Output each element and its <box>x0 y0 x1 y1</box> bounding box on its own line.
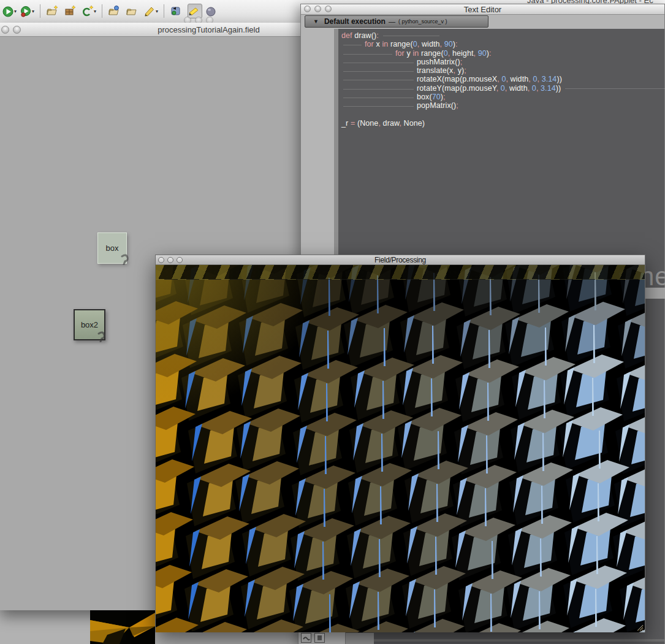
code-token: )) <box>556 84 561 93</box>
code-token: , <box>528 84 532 93</box>
code-token: 90 <box>478 49 487 58</box>
code-token: , <box>378 119 382 128</box>
code-token: for <box>395 49 406 58</box>
code-token: height <box>452 49 474 58</box>
code-token: 3.14 <box>542 75 557 83</box>
code-token: pushMatrix() <box>417 58 460 66</box>
pencil-tool-icon[interactable]: ▾ <box>143 4 158 18</box>
code-token: , <box>538 75 542 83</box>
code-token: width <box>511 75 529 83</box>
drag-hook-icon[interactable] <box>120 254 130 265</box>
indent-guide-line <box>343 98 414 98</box>
code-token: , <box>448 49 452 58</box>
import-folder-icon[interactable] <box>108 4 123 18</box>
code-token: 70 <box>432 93 441 101</box>
code-token: , <box>506 75 510 83</box>
code-line[interactable]: translate(x, y); <box>341 66 660 75</box>
default-execution-bar[interactable]: ▼ Default execution — ( python_source_v … <box>305 15 488 28</box>
code-line[interactable]: _r = (None, draw, None) <box>341 119 660 128</box>
code-token: for <box>365 40 376 48</box>
code-token: x <box>376 40 382 48</box>
code-token: , <box>496 84 501 93</box>
processing-titlebar[interactable]: Field/Processing <box>156 255 645 265</box>
palette-button-2[interactable] <box>314 633 325 643</box>
open-folder-icon[interactable] <box>126 4 140 18</box>
window-controls[interactable] <box>1 26 21 34</box>
code-token: ; <box>443 93 446 101</box>
toolbar-separator <box>40 4 40 18</box>
code-token: ; <box>456 101 458 110</box>
code-token: )) <box>557 75 562 83</box>
code-token: draw <box>383 119 400 128</box>
code-token: 3.14 <box>541 84 556 93</box>
code-token: translate(x <box>417 66 453 75</box>
run-icon[interactable]: ▾ <box>2 4 17 18</box>
code-token: ; <box>460 58 463 66</box>
code-token: _r <box>341 119 351 128</box>
code-token: None) <box>404 119 425 128</box>
code-line[interactable]: def draw(): <box>341 31 660 40</box>
code-token: draw() <box>354 31 376 40</box>
palette-button-1[interactable] <box>301 633 311 643</box>
processing-window-title: Field/Processing <box>156 256 645 264</box>
bowtie-render-shapes <box>90 610 155 644</box>
new-package-icon[interactable] <box>64 4 78 18</box>
code-editor[interactable]: def draw():for x in range(0, width, 90):… <box>341 31 660 128</box>
code-line[interactable]: pushMatrix(); <box>341 58 660 66</box>
close-button[interactable] <box>1 26 9 34</box>
processing-render-canvas[interactable] <box>156 265 645 632</box>
text-editor-title: Text Editor <box>301 5 664 14</box>
code-token: popMatrix() <box>417 101 456 110</box>
code-token: width <box>422 40 440 48</box>
trailing-guide-line <box>383 36 439 36</box>
resize-grip[interactable] <box>634 622 644 632</box>
code-token: , <box>417 40 422 48</box>
code-token: in <box>412 49 421 58</box>
debug-run-icon[interactable]: ▾ <box>20 4 34 18</box>
code-token: 0 <box>533 75 537 83</box>
code-token: def <box>341 31 354 40</box>
code-token: 0 <box>532 84 536 93</box>
code-token: ; <box>464 66 466 75</box>
code-line[interactable]: for x in range(0, width, 90): <box>341 40 660 48</box>
code-token: : <box>455 40 458 48</box>
drag-hook-icon[interactable] <box>97 331 107 342</box>
code-line[interactable] <box>341 110 660 119</box>
toolbar-separator <box>164 4 164 18</box>
background-processing-render <box>90 610 155 644</box>
code-token: y <box>406 49 412 58</box>
toolbar-separator <box>102 4 102 18</box>
code-line[interactable]: popMatrix(); <box>341 101 660 110</box>
execution-bar-detail: ( python_source_v ) <box>398 18 447 25</box>
execution-bar-label: Default execution <box>324 17 386 26</box>
indent-guide-line <box>343 89 414 90</box>
code-line[interactable]: box(70); <box>341 93 660 101</box>
editor-palette-toolbar <box>298 631 346 644</box>
new-class-icon[interactable]: ▾ <box>82 4 96 18</box>
perspective-icon[interactable] <box>170 4 184 18</box>
code-line[interactable]: rotateX(map(p.mouseX, 0, width, 0, 3.14)… <box>341 75 660 83</box>
code-token: width <box>509 84 528 93</box>
code-line[interactable]: for y in range(0, height, 90): <box>341 49 660 58</box>
execution-bar-separator: — <box>389 18 395 25</box>
disclosure-triangle-icon[interactable]: ▼ <box>313 18 319 25</box>
code-token: , <box>536 84 541 93</box>
indent-guide-line <box>343 71 414 72</box>
code-token: : <box>489 49 492 58</box>
code-token: 0 <box>444 49 448 58</box>
minimize-button[interactable] <box>13 26 21 34</box>
code-token: range( <box>390 40 413 48</box>
code-token: 0 <box>413 40 417 48</box>
code-token: 0 <box>501 84 505 93</box>
indent-guide-line <box>343 80 414 80</box>
code-token: , <box>399 119 403 128</box>
new-project-icon[interactable] <box>46 4 61 18</box>
code-line[interactable]: rotateY(map(p.mouseY, 0, width, 0, 3.14)… <box>341 84 660 93</box>
processing-output-window: Field/Processing <box>155 255 645 632</box>
render-glow-overlay <box>156 265 340 424</box>
eclipse-toolbar: ▾▾▾▾ <box>2 2 298 20</box>
code-token: : <box>376 31 379 40</box>
code-token: box( <box>417 93 432 101</box>
text-editor-titlebar[interactable]: Text Editor <box>301 4 664 15</box>
code-token: 90 <box>444 40 453 48</box>
